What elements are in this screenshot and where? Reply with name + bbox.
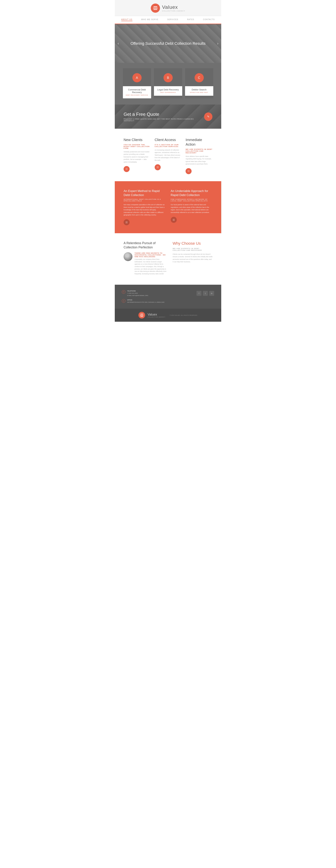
why-avatar (123, 252, 133, 261)
social-facebook-button[interactable]: f (197, 291, 201, 296)
nav-rates[interactable]: RATES (187, 19, 194, 21)
phone-icon: ✆ (122, 290, 125, 294)
orange-col-expert-subtitle: INTERNATIONAL DEBT COLLECTION IS A SPECI… (123, 198, 165, 202)
document-icon-3: ☷ (188, 170, 190, 173)
info-col-new-clients-btn[interactable]: ☷ (123, 166, 130, 172)
logo-icon (151, 3, 160, 13)
why-right-subtitle: WE ARE EXPERTS IN DEBT COLLECTION AND RE… (173, 248, 213, 251)
social-twitter-button[interactable]: t (203, 291, 208, 296)
nav-contacts[interactable]: CONTACTS (203, 19, 215, 21)
hero-section: ‹ Offering Successful Debt Collection Re… (115, 24, 221, 63)
why-person-text: THERE ARE FEW SECRETS TO SUCCESSFUL COLL… (135, 252, 167, 275)
orange-col-undeniable-title: An Undeniable Approach for Rapid Debt Co… (171, 189, 213, 197)
orange-col-undeniable-btn[interactable]: ☷ (171, 217, 177, 223)
why-avatar-image (123, 252, 133, 261)
info-col-new-clients-title: New Clients (123, 137, 150, 142)
free-quote-content: Get a Free Quote REQUEST A FREE QUOTE NO… (123, 112, 204, 122)
footer-copyright: © 2023 VALUEX. ALL RIGHTS RESERVED. (170, 314, 198, 316)
free-quote-heading: Get a Free Quote (123, 112, 204, 117)
services-section: A Commercial Debt Recovery DEBT RECOVERY… (115, 63, 221, 104)
edit-icon: ✎ (207, 115, 209, 118)
service-card-bottom-c: Debtor Search EFFECTIVE AND FAST (185, 86, 213, 96)
info-col-immediate-action-title: Immediate Action (186, 137, 213, 147)
hero-content: Offering Successful Debt Collection Resu… (131, 41, 205, 46)
footer-social: f t in (197, 291, 214, 296)
why-person-body: Corporately, our company direct hires De… (135, 258, 167, 275)
service-card-legal: B Legal Debt Recovery VAST EXPERIENCE (154, 68, 182, 98)
header: Valuex COLLECTION AGENCY (115, 0, 221, 16)
why-section: A Relentless Pursuit of Collection Perfe… (115, 233, 221, 285)
info-col-new-clients-body: Globally positioned and most trusted par… (123, 151, 150, 163)
footer-contact: ✆ TELEPHONE +1 800 441 8333 E-MAIL INFO@… (122, 290, 164, 303)
footer-phone-text: TELEPHONE +1 800 441 8333 E-MAIL INFO@IN… (127, 290, 148, 297)
service-card-top-b: B (154, 68, 182, 86)
footer-address-text: OFFICE INFORMATION BLVD STE 2301 CHICAGO… (127, 299, 164, 304)
service-circle-a: A (133, 73, 142, 82)
service-card-bottom-a: Commercial Debt Recovery DEBT RECOVERY S… (123, 86, 151, 98)
nav-about-us[interactable]: ABOUT US (121, 19, 133, 21)
info-col-client-access-btn[interactable]: ☷ (155, 164, 161, 170)
why-right: Why Choose Us WE ARE EXPERTS IN DEBT COL… (173, 241, 213, 263)
free-quote-section: Get a Free Quote REQUEST A FREE QUOTE NO… (115, 104, 221, 129)
info-col-immediate-action: Immediate Action WE ARE EXPERTS IN DEBT … (186, 137, 213, 174)
info-col-client-access: Client Access IT'S A SECTION OF OUR COLL… (155, 137, 181, 174)
footer-phone-row: ✆ TELEPHONE +1 800 441 8333 E-MAIL INFO@… (122, 290, 164, 297)
orange-col-undeniable-subtitle: FEW COMPANIES OFFER A NETWORK OF LOCAL D… (171, 198, 213, 202)
service-card-top-c: C (185, 68, 213, 86)
why-left-title: A Relentless Pursuit of Collection Perfe… (123, 241, 167, 249)
document-icon-5: ☷ (173, 219, 175, 221)
service-card-bottom-b: Legal Debt Recovery VAST EXPERIENCE (154, 86, 182, 96)
why-right-title: Why Choose Us (173, 241, 213, 246)
why-person: THERE ARE FEW SECRETS TO SUCCESSFUL COLL… (123, 252, 167, 275)
free-quote-button[interactable]: ✎ (204, 113, 213, 121)
navigation: ABOUT US WHO WE SERVE SERVICES RATES CON… (115, 16, 221, 24)
service-circle-b: B (164, 73, 173, 82)
orange-col-undeniable-body: Our local partner is aware of the nation… (171, 204, 213, 214)
hero-prev-button[interactable]: ‹ (118, 41, 119, 46)
info-col-immediate-action-btn[interactable]: ☷ (186, 168, 192, 174)
info-col-immediate-action-body: More debtors have specific laws regulati… (186, 155, 213, 165)
hero-next-button[interactable]: › (217, 41, 218, 46)
footer: ✆ TELEPHONE +1 800 441 8333 E-MAIL INFO@… (115, 285, 221, 309)
nav-services[interactable]: SERVICES (167, 19, 178, 21)
info-section: New Clients YOU'VE CHOSEN THE RIGHT DEBT… (115, 129, 221, 181)
why-person-title: THERE ARE FEW SECRETS TO SUCCESSFUL COLL… (135, 252, 167, 257)
location-icon: ● (122, 299, 125, 303)
orange-col-expert-body: Not many companies specialize in this so… (123, 204, 165, 216)
why-right-body: Clients can be contacted through direct … (173, 253, 213, 263)
info-col-new-clients-subtitle: YOU'VE CHOSEN THE RIGHT DEBT COLLECTION … (123, 144, 150, 149)
service-card-top: A (123, 68, 151, 86)
document-icon-2: ☷ (157, 166, 159, 168)
service-card-commercial: A Commercial Debt Recovery DEBT RECOVERY… (123, 68, 151, 98)
info-col-immediate-action-subtitle: WE ARE EXPERTS IN DEBT COLLECTION AND RE… (186, 148, 213, 154)
info-col-client-access-title: Client Access (155, 137, 181, 142)
why-left: A Relentless Pursuit of Collection Perfe… (123, 241, 167, 277)
footer-logo-text: Valuex COLLECTION AGENCY (148, 313, 165, 318)
info-col-new-clients: New Clients YOU'VE CHOSEN THE RIGHT DEBT… (123, 137, 150, 174)
footer-bottom: Valuex COLLECTION AGENCY © 2023 VALUEX. … (115, 309, 221, 322)
orange-col-expert: An Expert Method to Rapid Debt Collectio… (123, 189, 165, 225)
orange-col-expert-title: An Expert Method to Rapid Debt Collectio… (123, 189, 165, 197)
info-col-client-access-body: An increasing network of collection agen… (155, 149, 181, 161)
social-instagram-button[interactable]: in (209, 291, 214, 296)
free-quote-body: REQUEST A FREE QUOTE NOW AND GET THE BES… (123, 118, 204, 122)
service-card-debtor: C Debtor Search EFFECTIVE AND FAST (185, 68, 213, 98)
document-icon-4: ☷ (125, 221, 128, 224)
orange-col-undeniable: An Undeniable Approach for Rapid Debt Co… (171, 189, 213, 225)
nav-who-we-serve[interactable]: WHO WE SERVE (141, 19, 159, 21)
document-icon: ☷ (125, 168, 128, 170)
footer-address-row: ● OFFICE INFORMATION BLVD STE 2301 CHICA… (122, 299, 164, 304)
service-circle-c: C (195, 73, 204, 82)
orange-section: An Expert Method to Rapid Debt Collectio… (115, 181, 221, 234)
orange-col-expert-btn[interactable]: ☷ (123, 219, 130, 225)
info-col-client-access-subtitle: IT'S A SECTION OF OUR COLLECTION SERVICE… (155, 144, 181, 147)
logo-text: Valuex COLLECTION AGENCY (162, 4, 186, 12)
hero-headline: Offering Successful Debt Collection Resu… (131, 41, 205, 46)
footer-logo-circle (138, 312, 145, 318)
